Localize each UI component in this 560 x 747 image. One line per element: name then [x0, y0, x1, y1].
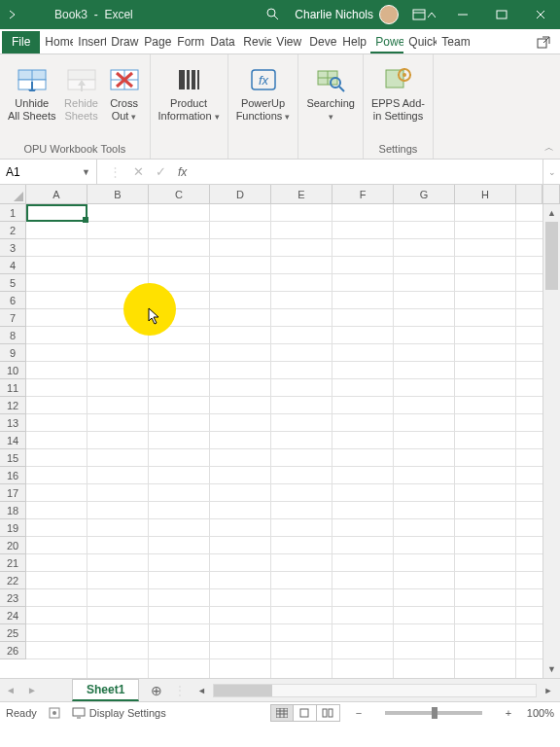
searching-button[interactable]: Searching▾: [302, 58, 359, 127]
unhide-label: Unhide All Sheets: [8, 97, 56, 123]
fx-icon[interactable]: fx: [178, 165, 187, 179]
tab-page[interactable]: Page: [139, 31, 172, 53]
column-header-C[interactable]: C: [149, 185, 210, 203]
add-sheet-button[interactable]: ⊕: [139, 683, 174, 698]
close-button[interactable]: [521, 0, 560, 29]
group-caption: OPU Workbook Tools: [4, 141, 146, 157]
tab-team[interactable]: Team: [437, 31, 470, 53]
tab-developer[interactable]: Developer: [304, 31, 337, 53]
column-header-G[interactable]: G: [394, 185, 455, 203]
select-all-button[interactable]: [0, 185, 26, 203]
tab-help[interactable]: Help: [337, 31, 370, 53]
svg-rect-22: [192, 70, 195, 89]
tab-powerup[interactable]: PowerUp: [370, 31, 403, 53]
vertical-scrollbar[interactable]: ▲ ▼: [542, 204, 560, 678]
cancel-formula-icon[interactable]: ✕: [133, 164, 144, 179]
cells-area[interactable]: [26, 204, 542, 678]
row-header-21[interactable]: 21: [0, 554, 26, 572]
row-header-1[interactable]: 1: [0, 204, 26, 222]
svg-rect-13: [68, 70, 95, 80]
macro-record-icon[interactable]: [49, 707, 60, 719]
tab-data[interactable]: Data: [205, 31, 238, 53]
share-button[interactable]: [527, 36, 560, 53]
row-header-12[interactable]: 12: [0, 397, 26, 414]
tab-quick[interactable]: Quick: [403, 31, 437, 53]
sheet-nav-next[interactable]: ►: [21, 685, 43, 695]
row-header-24[interactable]: 24: [0, 607, 26, 624]
hscroll-thumb[interactable]: [214, 685, 272, 696]
chevron-right-icon[interactable]: [8, 10, 18, 19]
zoom-slider[interactable]: [385, 711, 482, 715]
row-header-5[interactable]: 5: [0, 274, 26, 292]
epps-addin-settings-button[interactable]: EPPS Add- in Settings: [368, 58, 429, 126]
row-header-4[interactable]: 4: [0, 257, 26, 274]
column-header-H[interactable]: H: [455, 185, 516, 203]
unhide-all-sheets-button[interactable]: Unhide All Sheets: [4, 58, 60, 126]
row-header-20[interactable]: 20: [0, 537, 26, 554]
tab-draw[interactable]: Draw: [106, 31, 139, 53]
tab-review[interactable]: Review: [238, 31, 271, 53]
row-header-8[interactable]: 8: [0, 327, 26, 344]
sheet-tab-sheet1[interactable]: Sheet1: [72, 679, 139, 701]
zoom-level[interactable]: 100%: [527, 707, 554, 719]
column-header-B[interactable]: B: [88, 185, 149, 203]
maximize-button[interactable]: [482, 0, 521, 29]
row-header-23[interactable]: 23: [0, 589, 26, 607]
column-header-A[interactable]: A: [26, 185, 88, 203]
enter-formula-icon[interactable]: ✓: [156, 164, 166, 179]
search-icon[interactable]: [256, 7, 289, 23]
row-header-15[interactable]: 15: [0, 449, 26, 467]
ribbon-display-options-button[interactable]: [404, 0, 443, 29]
sheet-nav-prev[interactable]: ◄: [0, 685, 21, 695]
zoom-in-button[interactable]: +: [502, 707, 515, 719]
row-header-10[interactable]: 10: [0, 362, 26, 379]
row-header-26[interactable]: 26: [0, 642, 26, 659]
column-header-F[interactable]: F: [332, 185, 394, 203]
tab-file[interactable]: File: [2, 31, 40, 53]
column-header-E[interactable]: E: [271, 185, 332, 203]
row-header-2[interactable]: 2: [0, 222, 26, 239]
column-header-D[interactable]: D: [210, 185, 271, 203]
name-box[interactable]: A1 ▼: [0, 160, 97, 184]
tab-formulas[interactable]: Form: [172, 31, 205, 53]
formula-input[interactable]: [198, 160, 542, 184]
scroll-right-icon[interactable]: ►: [541, 683, 556, 698]
rehide-sheets-button: Rehide Sheets: [60, 58, 103, 126]
horizontal-scrollbar[interactable]: ⋮ ◄ ►: [174, 683, 560, 698]
tab-home[interactable]: Home: [40, 31, 73, 53]
row-header-6[interactable]: 6: [0, 292, 26, 309]
zoom-out-button[interactable]: −: [352, 707, 366, 719]
row-header-3[interactable]: 3: [0, 239, 26, 257]
row-header-16[interactable]: 16: [0, 467, 26, 484]
collapse-ribbon-icon[interactable]: ︿: [544, 141, 554, 155]
powerup-functions-button[interactable]: fx PowerUp Functions ▾: [232, 58, 295, 127]
page-break-view-button[interactable]: [317, 704, 340, 722]
page-layout-view-button[interactable]: [294, 704, 317, 722]
tab-view[interactable]: View: [271, 31, 304, 53]
user-account[interactable]: Charlie Nichols: [289, 5, 404, 24]
chevron-down-icon[interactable]: ▼: [82, 167, 90, 177]
row-header-25[interactable]: 25: [0, 624, 26, 642]
row-header-7[interactable]: 7: [0, 309, 26, 327]
row-header-22[interactable]: 22: [0, 572, 26, 589]
row-header-14[interactable]: 14: [0, 432, 26, 449]
scroll-up-icon[interactable]: ▲: [543, 204, 560, 222]
scroll-down-icon[interactable]: ▼: [543, 660, 560, 678]
row-header-17[interactable]: 17: [0, 484, 26, 502]
product-information-button[interactable]: Product Information ▾: [155, 58, 224, 127]
group-product-info: Product Information ▾: [151, 54, 228, 159]
cross-out-button[interactable]: Cross Out ▾: [103, 58, 146, 127]
scroll-thumb[interactable]: [545, 222, 558, 290]
display-settings-icon[interactable]: [72, 707, 86, 719]
expand-formula-bar-icon[interactable]: ⌄: [542, 160, 560, 184]
row-header-9[interactable]: 9: [0, 344, 26, 362]
display-settings-button[interactable]: Display Settings: [89, 707, 166, 719]
row-header-19[interactable]: 19: [0, 519, 26, 537]
row-header-13[interactable]: 13: [0, 414, 26, 432]
tab-insert[interactable]: Insert: [73, 31, 106, 53]
minimize-button[interactable]: [443, 0, 482, 29]
row-header-18[interactable]: 18: [0, 502, 26, 519]
row-header-11[interactable]: 11: [0, 379, 26, 397]
normal-view-button[interactable]: [270, 704, 294, 722]
scroll-left-icon[interactable]: ◄: [193, 683, 209, 698]
